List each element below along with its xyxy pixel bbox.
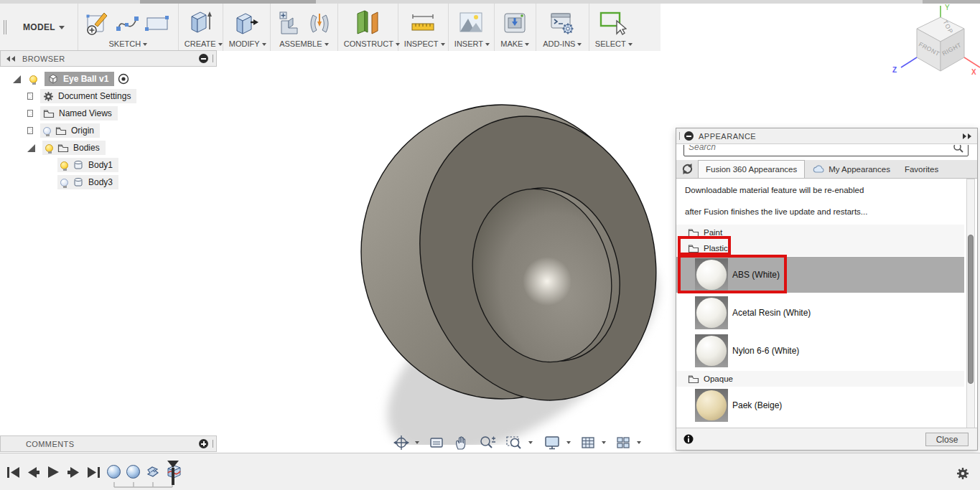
model-menu[interactable]: MODEL	[10, 4, 78, 51]
component-root-chip[interactable]: Eye Ball v1	[45, 72, 114, 86]
comments-resize-grip[interactable]	[213, 440, 213, 448]
chevron-down-icon	[262, 43, 266, 46]
step-back-button[interactable]	[27, 467, 40, 478]
feature-sphere-icon[interactable]	[106, 464, 121, 479]
create-sketch-icon[interactable]	[85, 10, 110, 36]
chevron-down-icon	[218, 43, 223, 46]
appearance-header[interactable]: APPEARANCE	[676, 128, 977, 144]
material-row-paek-beige[interactable]: Paek (Beige)	[676, 387, 964, 423]
tree-row-root[interactable]: Eye Ball v1	[13, 71, 129, 87]
tab-favorites[interactable]: Favorites	[897, 160, 946, 178]
chevron-down-icon[interactable]	[602, 441, 606, 444]
tab-label: My Appearances	[829, 165, 890, 174]
model-viewport-eyeball[interactable]	[343, 88, 684, 445]
look-at-icon[interactable]	[429, 435, 444, 451]
visibility-bulb-on-icon[interactable]	[60, 161, 68, 169]
visibility-bulb-on-icon[interactable]	[45, 144, 53, 152]
visibility-bulb-on-icon[interactable]	[29, 75, 37, 83]
viewcube[interactable]: Y TOP FRONT RIGHT Z X	[890, 1, 980, 82]
folder-row-opaque[interactable]: Opaque	[676, 371, 964, 387]
expander-closed-icon[interactable]	[27, 110, 33, 117]
chevron-down-icon	[441, 43, 445, 46]
construct-plane-icon[interactable]	[353, 9, 382, 37]
toolbar-group-label[interactable]: INSERT	[454, 37, 488, 48]
measure-icon[interactable]	[409, 9, 437, 37]
tree-row-body3[interactable]: Body3	[57, 174, 118, 190]
zoom-window-icon[interactable]	[505, 435, 523, 451]
chevron-down-icon[interactable]	[566, 441, 571, 444]
chevron-down-icon[interactable]	[637, 441, 641, 444]
close-button[interactable]: Close	[925, 433, 969, 446]
minus-circle-icon[interactable]	[199, 54, 208, 63]
play-button[interactable]	[47, 466, 60, 478]
joint-icon[interactable]	[309, 9, 330, 37]
spline-icon[interactable]	[116, 10, 139, 36]
expander-closed-icon[interactable]	[27, 93, 33, 100]
zoom-icon[interactable]	[479, 435, 496, 451]
tree-row-document-settings[interactable]: Document Settings	[27, 88, 136, 104]
tree-item-label: Body1	[88, 160, 113, 170]
toolbar-group-label[interactable]: ASSEMBLE	[276, 37, 332, 48]
collapse-browser-icon[interactable]	[6, 56, 17, 62]
toolbar-group-label[interactable]: INSPECT	[404, 37, 442, 48]
toolbar-group-label[interactable]: CREATE	[185, 37, 217, 48]
toolbar-grip[interactable]	[0, 4, 10, 51]
visibility-bulb-off-icon[interactable]	[60, 179, 68, 187]
pan-hand-icon[interactable]	[454, 435, 470, 451]
step-forward-button[interactable]	[67, 467, 80, 478]
toolbar-group-inspect: INSPECT	[398, 4, 449, 51]
info-icon[interactable]	[683, 434, 694, 444]
refresh-button[interactable]	[676, 160, 698, 178]
skip-to-start-button[interactable]	[7, 467, 20, 478]
tab-my-appearances[interactable]: My Appearances	[805, 160, 897, 178]
timeline-position-marker[interactable]	[167, 461, 179, 485]
rectangle-tool-icon[interactable]	[144, 10, 170, 36]
search-input[interactable]: Search	[683, 145, 969, 156]
tree-row-origin[interactable]: Origin	[27, 123, 100, 138]
scrollbar-thumb[interactable]	[968, 235, 974, 384]
tab-fusion360-appearances[interactable]: Fusion 360 Appearances	[698, 160, 805, 178]
toolbar-group-label[interactable]: SELECT	[595, 37, 630, 48]
material-swatch	[695, 334, 728, 367]
browser-resize-grip[interactable]	[213, 55, 213, 62]
press-pull-icon[interactable]	[233, 9, 259, 37]
toolbar-group-label[interactable]: CONSTRUCT	[344, 37, 392, 48]
material-row-nylon-66-white[interactable]: Nylon 6-6 (White)	[676, 333, 964, 369]
viewports-icon[interactable]	[615, 435, 631, 451]
minus-circle-icon[interactable]	[684, 131, 694, 141]
tree-row-body1[interactable]: Body1	[57, 157, 118, 173]
toolbar-group-label[interactable]: MODIFY	[229, 37, 264, 48]
select-icon[interactable]	[598, 9, 627, 37]
feature-combine-icon[interactable]	[145, 464, 161, 479]
activate-component-radio-icon[interactable]	[118, 73, 129, 85]
display-settings-icon[interactable]	[543, 435, 561, 451]
extrude-icon[interactable]	[187, 9, 213, 37]
add-comment-icon[interactable]	[199, 439, 208, 448]
material-row-acetal-resin-white[interactable]: Acetal Resin (White)	[676, 295, 964, 331]
visibility-bulb-off-icon[interactable]	[43, 127, 51, 135]
search-placeholder: Search	[689, 145, 716, 152]
new-component-icon[interactable]	[277, 9, 303, 37]
feature-sphere-icon[interactable]	[126, 464, 141, 479]
toolbar-group-label[interactable]: ADD-INS	[542, 37, 583, 48]
tree-row-bodies[interactable]: Bodies	[27, 140, 106, 156]
skip-to-end-button[interactable]	[87, 467, 100, 478]
toolbar-group-label[interactable]: SKETCH	[84, 37, 172, 48]
chevron-down-icon[interactable]	[528, 441, 533, 444]
panel-grip[interactable]	[679, 132, 680, 140]
expander-open-icon[interactable]	[13, 75, 21, 83]
expand-panel-icon[interactable]	[961, 133, 971, 139]
insert-image-icon[interactable]	[457, 9, 485, 37]
timeline-settings-gear-icon[interactable]	[956, 466, 970, 481]
grid-settings-icon[interactable]	[580, 435, 596, 451]
tree-row-named-views[interactable]: Named Views	[27, 105, 118, 121]
3d-print-icon[interactable]	[501, 9, 528, 37]
toolbar-group-label[interactable]: MAKE	[500, 37, 530, 48]
expander-closed-icon[interactable]	[27, 127, 33, 134]
chevron-down-icon[interactable]	[415, 441, 419, 444]
folder-icon	[57, 143, 69, 153]
expander-open-icon[interactable]	[27, 144, 35, 152]
scripts-addins-icon[interactable]	[548, 9, 577, 37]
orbit-icon[interactable]	[393, 435, 409, 451]
appearance-scrollbar[interactable]	[966, 179, 975, 428]
